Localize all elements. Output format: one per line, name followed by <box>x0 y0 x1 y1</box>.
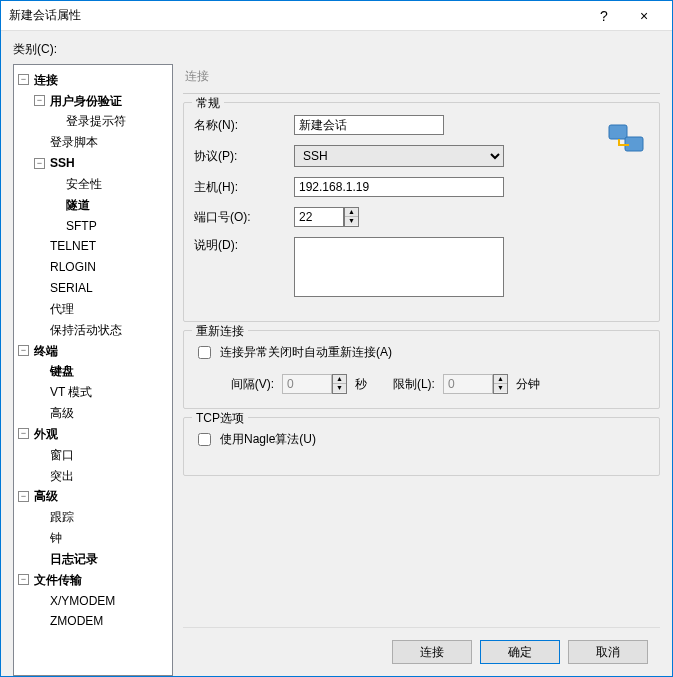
tree-adv-term[interactable]: 高级 <box>48 406 76 420</box>
host-label: 主机(H): <box>194 179 294 196</box>
legend-reconnect: 重新连接 <box>192 323 248 340</box>
category-tree[interactable]: −连接 −用户身份验证 登录提示符 登录脚本 −SSH 安全性 隧道 SFTP <box>13 64 173 676</box>
ok-button[interactable]: 确定 <box>480 640 560 664</box>
titlebar: 新建会话属性 ? × <box>1 1 672 31</box>
spin-down-icon: ▼ <box>333 384 346 392</box>
tree-connection[interactable]: 连接 <box>32 73 60 87</box>
svg-rect-0 <box>609 125 627 139</box>
group-reconnect: 重新连接 连接异常关闭时自动重新连接(A) 间隔(V): ▲▼ 秒 限制(L): <box>183 330 660 409</box>
tree-sftp[interactable]: SFTP <box>64 219 99 233</box>
tree-advanced[interactable]: 高级 <box>32 489 60 503</box>
tree-toggle-icon[interactable]: − <box>18 345 29 356</box>
tree-file-transfer[interactable]: 文件传输 <box>32 573 84 587</box>
limit-spinner: ▲▼ <box>493 374 508 394</box>
tree-highlight[interactable]: 突出 <box>48 469 76 483</box>
main-area: −连接 −用户身份验证 登录提示符 登录脚本 −SSH 安全性 隧道 SFTP <box>13 64 660 676</box>
tree-logging[interactable]: 日志记录 <box>48 552 100 566</box>
help-button[interactable]: ? <box>584 8 624 24</box>
tree-vtmode[interactable]: VT 模式 <box>48 385 94 399</box>
tree-keepalive[interactable]: 保持活动状态 <box>48 323 124 337</box>
spin-up-icon: ▲ <box>494 375 507 384</box>
panel-header: 连接 <box>183 64 660 94</box>
tree-toggle-icon[interactable]: − <box>18 491 29 502</box>
protocol-label: 协议(P): <box>194 148 294 165</box>
legend-general: 常规 <box>192 95 224 112</box>
spin-down-icon: ▼ <box>494 384 507 392</box>
nagle-label: 使用Nagle算法(U) <box>220 431 316 448</box>
cancel-button[interactable]: 取消 <box>568 640 648 664</box>
content-area: 类别(C): −连接 −用户身份验证 登录提示符 登录脚本 −SSH 安全性 <box>1 31 672 676</box>
tree-rlogin[interactable]: RLOGIN <box>48 260 98 274</box>
tree-toggle-icon[interactable]: − <box>34 95 45 106</box>
nagle-checkbox[interactable] <box>198 433 211 446</box>
tree-toggle-icon[interactable]: − <box>34 158 45 169</box>
tree-bell[interactable]: 钟 <box>48 531 64 545</box>
limit-label: 限制(L): <box>375 376 435 393</box>
connect-button[interactable]: 连接 <box>392 640 472 664</box>
tree-security[interactable]: 安全性 <box>64 177 104 191</box>
tree-tunnel[interactable]: 隧道 <box>64 198 92 212</box>
tree-appearance[interactable]: 外观 <box>32 427 60 441</box>
tree-login-script[interactable]: 登录脚本 <box>48 135 100 149</box>
limit-input <box>443 374 493 394</box>
port-label: 端口号(O): <box>194 209 294 226</box>
tree-zmodem[interactable]: ZMODEM <box>48 614 105 628</box>
group-general: 常规 名称(N): 协议(P): SSH 主机(H): <box>183 102 660 322</box>
port-spinner[interactable]: ▲▼ <box>344 207 359 227</box>
tree-serial[interactable]: SERIAL <box>48 281 95 295</box>
connection-icon <box>607 119 647 159</box>
spin-up-icon: ▲ <box>333 375 346 384</box>
port-input[interactable] <box>294 207 344 227</box>
name-input[interactable] <box>294 115 444 135</box>
tree-toggle-icon[interactable]: − <box>18 74 29 85</box>
dialog-window: 新建会话属性 ? × 类别(C): −连接 −用户身份验证 登录提示符 登录脚本… <box>0 0 673 677</box>
button-bar: 连接 确定 取消 <box>183 627 660 676</box>
name-label: 名称(N): <box>194 117 294 134</box>
tree-telnet[interactable]: TELNET <box>48 239 98 253</box>
window-title: 新建会话属性 <box>9 7 584 24</box>
auto-reconnect-checkbox[interactable] <box>198 346 211 359</box>
tree-login-prompt[interactable]: 登录提示符 <box>64 114 128 128</box>
close-button[interactable]: × <box>624 8 664 24</box>
tree-auth[interactable]: 用户身份验证 <box>48 94 124 108</box>
tree-window[interactable]: 窗口 <box>48 448 76 462</box>
auto-reconnect-label: 连接异常关闭时自动重新连接(A) <box>220 344 392 361</box>
interval-unit: 秒 <box>355 376 367 393</box>
group-tcp: TCP选项 使用Nagle算法(U) <box>183 417 660 476</box>
interval-spinner: ▲▼ <box>332 374 347 394</box>
limit-unit: 分钟 <box>516 376 540 393</box>
category-label: 类别(C): <box>13 41 660 58</box>
desc-textarea[interactable] <box>294 237 504 297</box>
tree-toggle-icon[interactable]: − <box>18 428 29 439</box>
interval-label: 间隔(V): <box>214 376 274 393</box>
host-input[interactable] <box>294 177 504 197</box>
legend-tcp: TCP选项 <box>192 410 248 427</box>
tree-trace[interactable]: 跟踪 <box>48 510 76 524</box>
tree-terminal[interactable]: 终端 <box>32 344 60 358</box>
spin-down-icon[interactable]: ▼ <box>345 217 358 225</box>
tree-proxy[interactable]: 代理 <box>48 302 76 316</box>
tree-ssh[interactable]: SSH <box>48 156 77 170</box>
tree-xymodem[interactable]: X/YMODEM <box>48 594 117 608</box>
interval-input <box>282 374 332 394</box>
desc-label: 说明(D): <box>194 237 294 254</box>
tree-toggle-icon[interactable]: − <box>18 574 29 585</box>
spin-up-icon[interactable]: ▲ <box>345 208 358 217</box>
protocol-select[interactable]: SSH <box>294 145 504 167</box>
tree-keyboard[interactable]: 键盘 <box>48 364 76 378</box>
settings-panel: 连接 常规 名称(N): 协议(P): SSH 主机(H) <box>183 64 660 676</box>
